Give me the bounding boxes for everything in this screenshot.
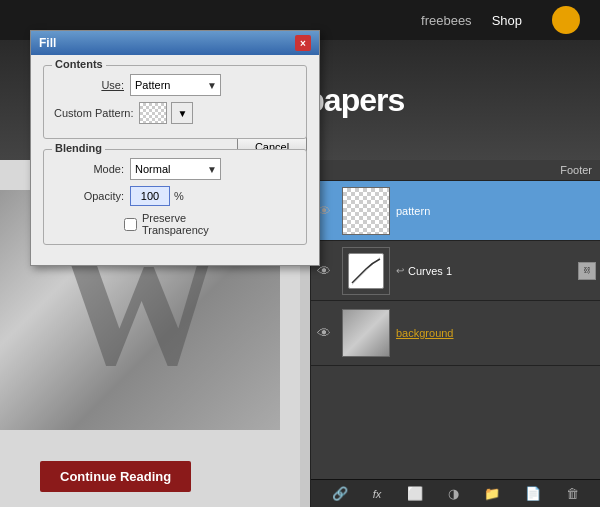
contents-label: Contents	[52, 58, 106, 70]
mode-field-row: Mode: Normal ▼	[54, 158, 221, 180]
preserve-transparency-row: Preserve Transparency	[54, 212, 221, 236]
layer-name-curves: Curves 1	[408, 265, 578, 277]
layer-visibility-icon-background[interactable]: 👁	[311, 325, 336, 341]
group-icon[interactable]: 📁	[484, 486, 500, 501]
blending-section: Blending Mode: Normal ▼ Opacity: % Prese…	[43, 149, 307, 245]
dialog-close-button[interactable]: ×	[295, 35, 311, 51]
nav-freebees[interactable]: freebees	[421, 13, 472, 28]
layer-thumbnail-curves	[342, 247, 390, 295]
new-layer-icon[interactable]: 📄	[525, 486, 541, 501]
dialog-titlebar: Fill ×	[31, 31, 319, 55]
layer-row-curves[interactable]: 👁 ↩ Curves 1 ⛓	[311, 241, 600, 301]
opacity-unit: %	[174, 190, 184, 202]
use-dropdown-wrapper: Pattern ▼	[130, 74, 221, 96]
use-dropdown[interactable]: Pattern	[130, 74, 221, 96]
mode-dropdown-wrapper: Normal ▼	[130, 158, 221, 180]
preserve-transparency-label: Preserve Transparency	[142, 212, 221, 236]
pattern-preview	[139, 102, 167, 124]
layer-row-background[interactable]: 👁 background	[311, 301, 600, 366]
custom-pattern-row: Custom Pattern: ▼	[54, 102, 221, 124]
fill-dialog: Fill × OK Cancel Contents Use: Pattern ▼…	[30, 30, 320, 266]
opacity-field-row: Opacity: %	[54, 186, 221, 206]
pattern-select-button[interactable]: ▼	[171, 102, 193, 124]
opacity-label: Opacity:	[54, 190, 124, 202]
layer-thumbnail-pattern	[342, 187, 390, 235]
preserve-transparency-checkbox[interactable]	[124, 218, 137, 231]
delete-layer-icon[interactable]: 🗑	[566, 486, 579, 501]
layers-panel: Footer 👁 pattern 👁	[310, 160, 600, 507]
custom-pattern-label: Custom Pattern:	[54, 107, 133, 119]
layers-header: Footer	[311, 160, 600, 181]
layer-thumbnail-background	[342, 309, 390, 357]
contents-section: Contents Use: Pattern ▼ Custom Pattern: …	[43, 65, 307, 139]
dialog-body: OK Cancel Contents Use: Pattern ▼ Custom…	[31, 55, 319, 265]
adjustment-icon[interactable]: ◑	[448, 486, 459, 501]
use-field-row: Use: Pattern ▼	[54, 74, 221, 96]
layer-name-background: background	[396, 327, 600, 339]
blending-label: Blending	[52, 142, 105, 154]
mode-label: Mode:	[54, 163, 124, 175]
layers-header-label: Footer	[560, 164, 592, 176]
mode-dropdown[interactable]: Normal	[130, 158, 221, 180]
nav-shop[interactable]: Shop	[492, 13, 522, 28]
layers-toolbar: 🔗 fx ⬜ ◑ 📁 📄 🗑	[311, 479, 600, 507]
continue-reading-button[interactable]: Continue Reading	[40, 461, 191, 492]
opacity-input[interactable]	[130, 186, 170, 206]
layer-name-pattern: pattern	[396, 205, 600, 217]
add-mask-icon[interactable]: ⬜	[407, 486, 423, 501]
layer-row-pattern[interactable]: 👁 pattern	[311, 181, 600, 241]
fx-icon[interactable]: fx	[373, 488, 382, 500]
link-layers-icon[interactable]: 🔗	[332, 486, 348, 501]
nav-user-avatar	[552, 6, 580, 34]
dialog-title: Fill	[39, 36, 56, 50]
use-label: Use:	[54, 79, 124, 91]
